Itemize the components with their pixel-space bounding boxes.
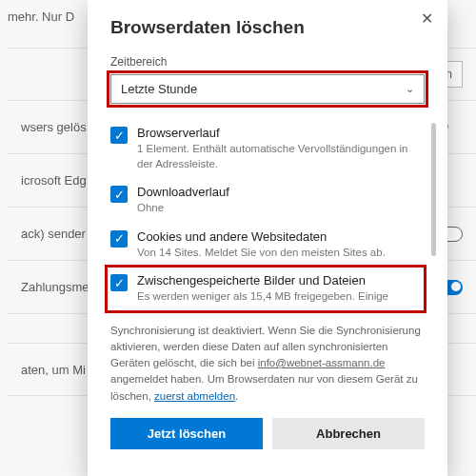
sync-email: info@webnet-assmann.de bbox=[258, 357, 386, 368]
item-title: Zwischengespeicherte Bilder und Dateien bbox=[137, 273, 423, 288]
bg-text: ack) sender bbox=[21, 227, 86, 241]
bg-text: wsers gelös bbox=[21, 120, 87, 134]
bg-text: mehr. Nur D bbox=[8, 10, 74, 24]
time-range-label: Zeitbereich bbox=[110, 55, 425, 69]
time-range-value: Letzte Stunde bbox=[121, 82, 197, 96]
clear-now-button[interactable]: Jetzt löschen bbox=[110, 418, 263, 449]
checkbox-checked-icon[interactable]: ✓ bbox=[110, 186, 128, 203]
signout-first-link[interactable]: zuerst abmelden bbox=[154, 390, 235, 402]
time-range-select[interactable]: Letzte Stunde ⌄ bbox=[110, 74, 425, 104]
data-types-list: ✓ Browserverlauf 1 Element. Enthält auto… bbox=[110, 119, 425, 311]
bg-text: Zahlungsme bbox=[21, 280, 89, 294]
item-desc: 1 Element. Enthält automatische Vervolls… bbox=[137, 142, 423, 171]
item-title: Browserverlauf bbox=[137, 126, 423, 140]
clear-browsing-data-dialog: ✕ Browserdaten löschen Zeitbereich Letzt… bbox=[88, 0, 447, 476]
bg-text: aten, um Mi bbox=[21, 363, 86, 377]
cancel-button[interactable]: Abbrechen bbox=[272, 418, 425, 449]
scrollbar[interactable] bbox=[431, 123, 436, 256]
close-icon[interactable]: ✕ bbox=[417, 10, 436, 29]
list-item[interactable]: ✓ Downloadverlauf Ohne bbox=[110, 178, 425, 223]
item-title: Downloadverlauf bbox=[137, 185, 423, 199]
chevron-down-icon: ⌄ bbox=[406, 83, 414, 95]
dialog-title: Browserdaten löschen bbox=[110, 17, 425, 38]
item-desc: Es werden weniger als 15,4 MB freigegebe… bbox=[137, 289, 423, 305]
checkbox-checked-icon[interactable]: ✓ bbox=[110, 274, 128, 291]
list-item[interactable]: ✓ Cookies und andere Websitedaten Von 14… bbox=[110, 223, 425, 268]
item-desc: Ohne bbox=[137, 201, 423, 216]
sync-note: Synchronisierung ist deaktiviert. Wenn S… bbox=[110, 323, 425, 405]
item-desc: Von 14 Sites. Meldet Sie von den meisten… bbox=[137, 246, 423, 261]
bg-text: icrosoft Edg bbox=[21, 173, 87, 188]
item-title: Cookies und andere Websitedaten bbox=[137, 229, 423, 244]
checkbox-checked-icon[interactable]: ✓ bbox=[110, 230, 128, 248]
list-item-cache[interactable]: ✓ Zwischengespeicherte Bilder und Dateie… bbox=[107, 267, 425, 311]
checkbox-checked-icon[interactable]: ✓ bbox=[110, 127, 128, 144]
list-item[interactable]: ✓ Browserverlauf 1 Element. Enthält auto… bbox=[110, 119, 425, 178]
